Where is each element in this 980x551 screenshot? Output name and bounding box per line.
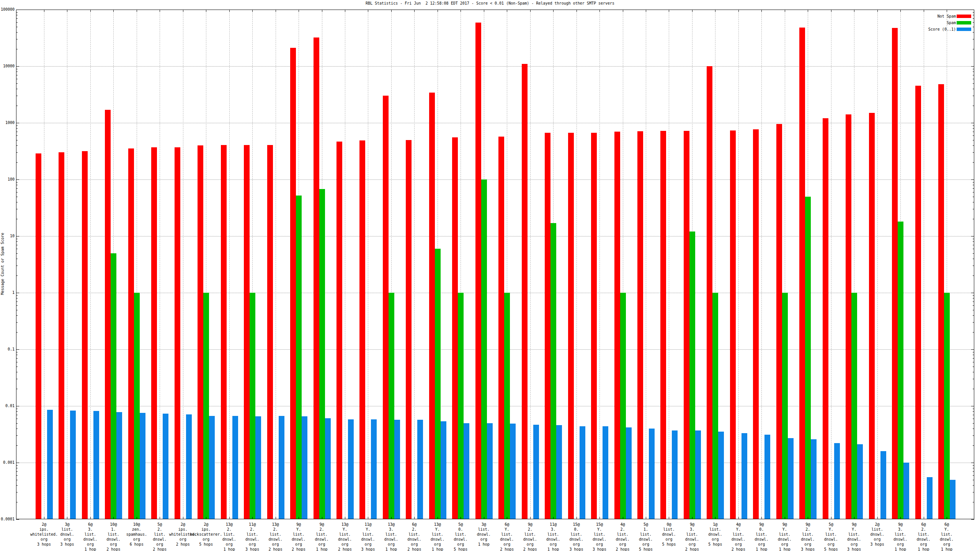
y-minor-tick <box>16 445 18 446</box>
y-minor-tick <box>16 32 18 33</box>
x-tick-bottom <box>947 517 947 519</box>
y-minor-tick <box>16 182 18 183</box>
x-tick-top <box>854 10 854 12</box>
y-minor-tick <box>973 202 974 202</box>
y-minor-tick <box>973 423 974 424</box>
x-tick-bottom <box>229 517 230 519</box>
y-minor-tick <box>16 429 18 429</box>
y-minor-tick <box>16 315 18 316</box>
x-tick-bottom <box>206 517 206 519</box>
x-tick-top <box>368 10 368 12</box>
x-tick-bottom <box>924 517 924 519</box>
x-tick-bottom <box>808 517 808 519</box>
y-minor-tick <box>973 372 974 372</box>
plot-area <box>16 10 974 519</box>
y-minor-tick <box>973 89 974 89</box>
y-minor-tick <box>973 162 974 163</box>
y-tick-label: 10000 <box>0 64 15 68</box>
y-minor-tick <box>16 389 18 389</box>
x-tick-top <box>206 10 206 12</box>
y-minor-tick <box>973 239 974 239</box>
y-minor-tick <box>16 89 18 89</box>
y-minor-tick <box>16 75 18 75</box>
x-tick-top <box>577 10 577 12</box>
y-minor-tick <box>16 302 18 302</box>
y-minor-tick <box>16 12 18 13</box>
x-tick-bottom <box>669 517 669 519</box>
y-minor-tick <box>973 492 974 492</box>
x-tick-bottom <box>67 517 67 519</box>
x-tick-top <box>692 10 693 12</box>
y-major-tick <box>971 293 974 293</box>
y-minor-tick <box>973 182 974 183</box>
x-tick-label-line: 5 hops <box>623 547 669 551</box>
y-major-tick <box>16 349 19 350</box>
x-tick-bottom <box>391 517 392 519</box>
y-minor-tick <box>16 188 18 189</box>
y-minor-tick <box>16 72 18 72</box>
y-minor-tick <box>16 249 18 249</box>
y-minor-tick <box>16 96 18 96</box>
y-minor-tick <box>973 253 974 254</box>
y-major-tick <box>971 179 974 180</box>
legend-item-score: Score (0..1) <box>766 28 974 31</box>
y-minor-tick <box>973 49 974 49</box>
x-tick-top <box>252 10 253 12</box>
y-minor-tick <box>973 128 974 129</box>
x-tick-bottom <box>530 517 531 519</box>
y-minor-tick <box>16 49 18 49</box>
x-tick-top <box>345 10 345 12</box>
x-tick-top <box>924 10 924 12</box>
y-minor-tick <box>16 310 18 310</box>
y-major-tick <box>971 349 974 350</box>
x-tick-label-line: 3 hops <box>831 547 877 551</box>
x-tick-bottom <box>368 517 368 519</box>
x-tick-bottom <box>345 517 345 519</box>
y-minor-tick <box>973 75 974 75</box>
y-minor-tick <box>973 245 974 245</box>
y-tick-label: 0.001 <box>0 461 15 465</box>
x-tick-label-line: 2 hops <box>669 547 715 551</box>
y-minor-tick <box>16 253 18 254</box>
y-minor-tick <box>16 209 18 209</box>
legend-swatch-not-spam <box>957 15 971 18</box>
y-minor-tick <box>16 415 18 415</box>
y-minor-tick <box>973 69 974 69</box>
y-major-tick <box>971 10 974 10</box>
y-minor-tick <box>16 132 18 132</box>
x-tick-bottom <box>484 517 484 519</box>
y-minor-tick <box>973 185 974 185</box>
y-major-tick <box>16 293 19 293</box>
x-tick-bottom <box>90 517 91 519</box>
y-minor-tick <box>16 435 18 436</box>
y-minor-tick <box>16 492 18 492</box>
y-minor-tick <box>16 465 18 466</box>
y-minor-tick <box>973 197 974 197</box>
y-minor-tick <box>973 379 974 379</box>
y-minor-tick <box>16 79 18 79</box>
y-minor-tick <box>16 409 18 409</box>
y-major-tick <box>16 179 19 180</box>
y-minor-tick <box>973 468 974 468</box>
x-tick-bottom <box>715 517 715 519</box>
y-minor-tick <box>16 411 18 412</box>
x-tick-top <box>553 10 554 12</box>
y-minor-tick <box>16 332 18 333</box>
x-tick-label-line: Y. <box>924 527 970 532</box>
x-tick-label-line: list. <box>924 532 970 537</box>
y-minor-tick <box>16 197 18 197</box>
y-minor-tick <box>16 202 18 202</box>
y-minor-tick <box>973 332 974 333</box>
y-tick-label: 1000 <box>0 121 15 125</box>
x-tick-bottom <box>854 517 854 519</box>
y-minor-tick <box>973 79 974 79</box>
y-minor-tick <box>973 310 974 310</box>
x-tick-top <box>808 10 808 12</box>
y-minor-tick <box>16 128 18 129</box>
rbl-statistics-chart: RBL Statistics - Fri Jun 2 12:58:08 EDT … <box>0 0 980 551</box>
y-minor-tick <box>973 12 974 13</box>
x-tick-bottom <box>44 517 44 519</box>
legend-swatch-score <box>957 28 971 31</box>
x-tick-bottom <box>785 517 785 519</box>
x-tick-top <box>831 10 831 12</box>
